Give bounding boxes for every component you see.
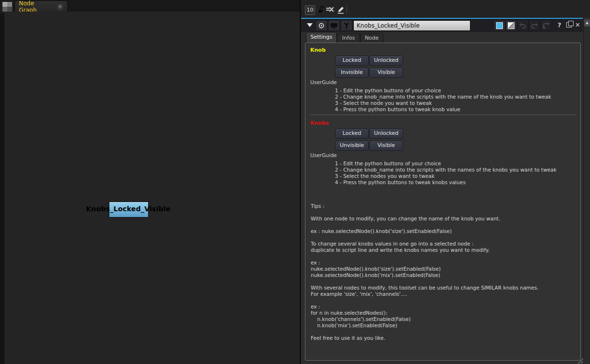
knobs-visible-button[interactable]: Visible xyxy=(369,141,403,151)
resize-grip-icon[interactable] xyxy=(576,357,583,364)
tab-settings[interactable]: Settings xyxy=(306,32,337,43)
properties-scrollbar[interactable]: ▲ xyxy=(583,18,590,364)
node-panel-header: ? ✕ xyxy=(301,19,583,32)
clear-panels-icon[interactable] xyxy=(325,5,335,14)
nuke-window: Node Graph ✕ Knobs_Locked_Visible 10 xyxy=(0,0,590,364)
knobs-unvisible-button[interactable]: Unvisible xyxy=(335,141,369,151)
wrench-button[interactable] xyxy=(341,20,352,31)
tab-close-icon[interactable]: ✕ xyxy=(57,3,63,10)
knobs-userguide-text: 1 - Edit the python buttons of your choi… xyxy=(335,160,557,186)
properties-panel: 10 xyxy=(301,0,590,364)
panel-edge-strip xyxy=(0,0,4,364)
knob-visible-button[interactable]: Visible xyxy=(369,68,403,78)
knobs-unlocked-button[interactable]: Unlocked xyxy=(369,129,403,139)
gl-color-button[interactable] xyxy=(505,20,517,31)
redo-icon xyxy=(530,23,538,29)
toolbar-separator xyxy=(347,5,347,14)
help-icon[interactable]: ? xyxy=(558,21,561,29)
knob-section-heading: Knob xyxy=(310,47,326,53)
collapse-triangle-icon[interactable] xyxy=(307,23,313,27)
settings-tab-content: Knob Locked Unlocked Invisible Visible U… xyxy=(305,43,581,361)
revert-button[interactable] xyxy=(540,20,552,31)
knob-invisible-button[interactable]: Invisible xyxy=(335,68,369,78)
node-graph-canvas[interactable] xyxy=(4,12,300,364)
knobs-locked-button[interactable]: Locked xyxy=(335,129,369,139)
lock-icon[interactable] xyxy=(317,5,326,14)
knob-userguide-text: 1 - Edit the python buttons of your choi… xyxy=(335,87,551,113)
pane-menu-icon xyxy=(2,2,12,12)
close-panel-icon[interactable]: ✕ xyxy=(575,21,580,29)
center-node-button[interactable] xyxy=(316,20,327,31)
gl-color-swatch xyxy=(508,22,514,29)
tab-infos[interactable]: Infos xyxy=(337,33,360,43)
monitor-icon xyxy=(330,22,338,29)
node-name-field[interactable] xyxy=(353,20,470,31)
section-divider xyxy=(310,115,575,115)
max-panels-field[interactable]: 10 xyxy=(305,5,315,15)
tab-node[interactable]: Node xyxy=(360,33,383,43)
node-graph-panel: Node Graph ✕ Knobs_Locked_Visible xyxy=(0,0,300,364)
node-color-swatch xyxy=(496,22,503,29)
node-label: Knobs_Locked_Visible xyxy=(86,205,171,213)
monitor-button[interactable] xyxy=(328,20,340,31)
knobs-userguide-label: UserGuide xyxy=(310,152,337,158)
wrench-icon xyxy=(343,22,350,29)
float-panel-icon[interactable] xyxy=(566,22,572,28)
knob-userguide-label: UserGuide xyxy=(310,79,337,85)
edit-pencil-icon[interactable] xyxy=(336,5,346,14)
scroll-up-button[interactable]: ▲ xyxy=(584,19,590,27)
redo-button[interactable] xyxy=(529,20,540,31)
revert-icon xyxy=(542,22,550,29)
tips-text: Tips : With one node to modify, you can … xyxy=(311,203,539,341)
properties-bin-toolbar: 10 xyxy=(301,0,590,17)
undo-icon xyxy=(519,23,527,29)
center-node-icon xyxy=(318,22,325,29)
properties-tabrow: Settings Infos Node xyxy=(301,32,583,43)
undo-button[interactable] xyxy=(517,20,529,31)
knob-locked-button[interactable]: Locked xyxy=(335,56,369,66)
knobs-section-heading: Knobs xyxy=(310,120,329,126)
node-color-button[interactable] xyxy=(494,20,505,31)
tab-node-graph[interactable]: Node Graph ✕ xyxy=(15,0,68,12)
knob-unlocked-button[interactable]: Unlocked xyxy=(369,56,403,66)
